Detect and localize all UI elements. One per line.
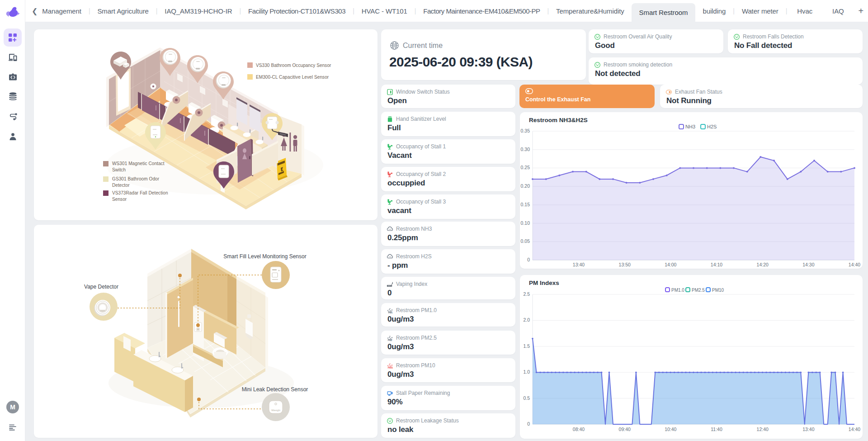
- svg-text:14:20: 14:20: [757, 262, 769, 267]
- svg-text:Smart Fill Level Monitoring Se: Smart Fill Level Monitoring Sensor: [223, 253, 306, 260]
- svg-text:VS330 Bathroom Occupancy Senso: VS330 Bathroom Occupancy Sensor: [256, 63, 331, 68]
- svg-text:PM2.5: PM2.5: [692, 288, 705, 293]
- svg-text:GS301 Bathroom Odor: GS301 Bathroom Odor: [112, 176, 160, 181]
- svg-text:PM1: PM1: [388, 311, 393, 313]
- svg-text:10:40: 10:40: [665, 427, 676, 432]
- svg-text:0.35: 0.35: [521, 128, 530, 133]
- svg-text:NH3: NH3: [685, 124, 695, 129]
- svg-text:14:30: 14:30: [802, 262, 814, 267]
- svg-text:13:40: 13:40: [802, 427, 814, 432]
- svg-text:08:40: 08:40: [573, 427, 585, 432]
- svg-text:14:40: 14:40: [849, 427, 860, 432]
- svg-text:1.5: 1.5: [523, 343, 530, 349]
- svg-text:0.05: 0.05: [521, 238, 530, 244]
- svg-text:Detector: Detector: [112, 183, 130, 188]
- svg-text:PM2: PM2: [388, 339, 392, 341]
- svg-text:0: 0: [527, 421, 530, 427]
- svg-text:PM10: PM10: [712, 288, 724, 293]
- svg-text:Milesight: Milesight: [271, 409, 280, 412]
- svg-text:0: 0: [527, 257, 530, 262]
- svg-text:14:10: 14:10: [711, 262, 722, 267]
- svg-text:WS301 Magnetic Contact: WS301 Magnetic Contact: [112, 161, 165, 166]
- svg-text:0.10: 0.10: [521, 220, 530, 226]
- svg-text:2.0: 2.0: [523, 317, 530, 322]
- svg-text:0.15: 0.15: [521, 202, 530, 207]
- svg-text:13:50: 13:50: [619, 262, 631, 267]
- svg-text:0.20: 0.20: [521, 183, 530, 189]
- svg-text:13:40: 13:40: [573, 262, 585, 267]
- svg-text:12:40: 12:40: [757, 427, 769, 432]
- svg-text:PM1.0: PM1.0: [671, 288, 684, 293]
- svg-text:VS373Radar Fall Detection: VS373Radar Fall Detection: [112, 190, 168, 195]
- svg-text:14:00: 14:00: [665, 262, 676, 267]
- svg-text:0.30: 0.30: [521, 147, 530, 152]
- svg-text:11:40: 11:40: [711, 427, 722, 432]
- svg-text:EM300-CL Capacitive Level Sens: EM300-CL Capacitive Level Sensor: [256, 75, 329, 80]
- svg-text:09:40: 09:40: [619, 427, 631, 432]
- svg-text:Switch: Switch: [112, 167, 126, 172]
- svg-text:Vape Detector: Vape Detector: [84, 284, 118, 290]
- svg-text:14:40: 14:40: [849, 262, 860, 267]
- svg-text:H2S: H2S: [707, 124, 717, 129]
- svg-text:Mini Leak Detection Sensor: Mini Leak Detection Sensor: [242, 386, 308, 393]
- svg-text:1.0: 1.0: [523, 369, 530, 375]
- svg-text:2.5: 2.5: [523, 291, 530, 297]
- svg-text:0.25: 0.25: [521, 165, 530, 170]
- svg-text:0.5: 0.5: [523, 395, 530, 401]
- svg-text:PM10: PM10: [388, 366, 393, 368]
- svg-text:Sensor: Sensor: [112, 197, 127, 202]
